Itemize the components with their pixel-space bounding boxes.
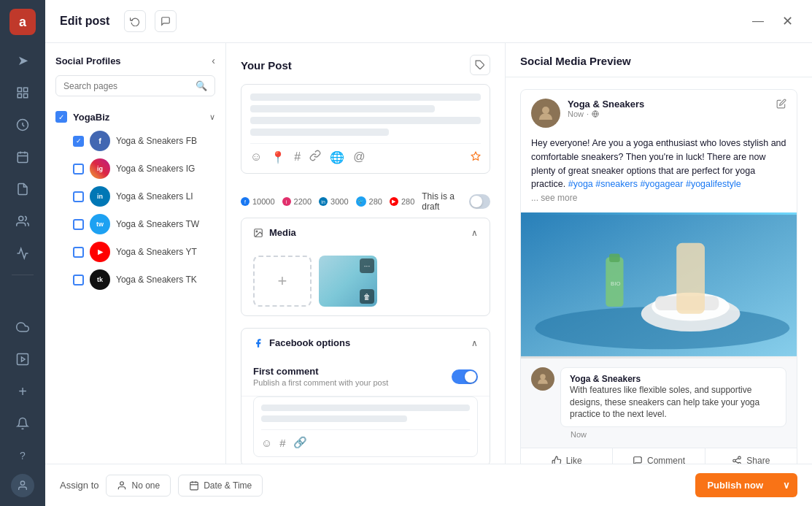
minimize-button[interactable]: —: [748, 11, 768, 31]
group-checkbox[interactable]: ✓: [55, 111, 67, 123]
profile-name-yt: Yoga & Sneakers YT: [116, 247, 197, 257]
like-button[interactable]: Like: [521, 448, 613, 464]
comment-button[interactable]: Comment: [613, 448, 705, 464]
sidebar-icon-profile[interactable]: [11, 474, 34, 497]
sidebar-icon-help[interactable]: ?: [9, 442, 36, 469]
profile-name-tw: Yoga & Sneakers TW: [116, 219, 199, 229]
avatar-tk: tk: [90, 269, 110, 290]
publish-btn-label[interactable]: Publish now: [695, 473, 775, 497]
first-comment-toggle[interactable]: [452, 369, 478, 384]
social-profiles-header: Social Profiles ‹: [55, 55, 215, 66]
preview-comment: Yoga & Sneakers With features like flexi…: [521, 359, 797, 448]
profile-item-li[interactable]: in Yoga & Sneakers LI: [55, 183, 215, 210]
sidebar-icon-send[interactable]: ➤: [9, 47, 36, 74]
profile-group-header[interactable]: ✓ YogaBiz ∨: [55, 107, 215, 127]
close-button[interactable]: ✕: [777, 11, 797, 31]
preview-profile-name: Yoga & Sneakers: [568, 99, 769, 110]
draft-switch[interactable]: [469, 194, 490, 209]
ig-dot: i: [282, 197, 291, 206]
avatar-fb: f: [90, 131, 110, 151]
mention-tool[interactable]: @: [353, 150, 365, 164]
publish-button[interactable]: Publish now ∨: [695, 473, 797, 497]
sidebar-icon-users[interactable]: [9, 207, 36, 235]
comment-link-tool[interactable]: 🔗: [293, 436, 307, 449]
editor-toolbar: ☺ 📍 # 🌐 @: [250, 143, 481, 164]
editor-line-3: [250, 117, 481, 124]
svg-point-25: [540, 374, 546, 380]
comment-time: Now: [560, 430, 786, 439]
first-comment-editor[interactable]: ☺ # 🔗: [253, 396, 478, 457]
sidebar-icon-posts[interactable]: [9, 175, 36, 203]
ai-tool[interactable]: [471, 151, 481, 164]
char-count-li: in 3000: [319, 197, 348, 206]
emoji-tool[interactable]: ☺: [250, 150, 262, 164]
share-button[interactable]: Share: [705, 448, 797, 464]
yt-dot: ▶: [390, 197, 398, 206]
comment-text: With features like flexible soles, and s…: [570, 384, 777, 421]
undo-button[interactable]: [124, 10, 146, 32]
profile-checkbox-li[interactable]: [73, 191, 84, 202]
profile-checkbox-ig[interactable]: [73, 164, 84, 175]
sidebar-icon-play[interactable]: [9, 345, 36, 373]
sidebar-icon-analytics[interactable]: [9, 111, 36, 139]
media-delete-button[interactable]: 🗑: [360, 289, 374, 304]
profile-checkbox-tw[interactable]: [73, 219, 84, 230]
profile-checkbox-yt[interactable]: [73, 247, 84, 258]
sidebar-icon-dashboard[interactable]: [9, 79, 36, 107]
first-comment-label: First comment: [253, 366, 388, 377]
tag-button[interactable]: [470, 55, 490, 75]
sidebar-icon-reports[interactable]: [9, 239, 36, 267]
profile-item-ig[interactable]: ig Yoga & Sneakers IG: [55, 155, 215, 183]
char-counts-row: f 10000 i 2200 in 3000 🐦 280: [226, 185, 505, 218]
profile-checkbox-fb[interactable]: ✓: [73, 136, 84, 147]
preview-image-svg: BIO: [521, 212, 797, 359]
your-post-title: Your Post: [241, 59, 292, 72]
char-count-tw: 🐦 280: [356, 196, 382, 207]
first-comment-sublabel: Publish a first comment with your post: [253, 378, 388, 387]
date-time-button[interactable]: Date & Time: [178, 475, 263, 497]
chat-button[interactable]: [155, 10, 177, 32]
facebook-icon: [253, 338, 263, 348]
preview-edit-button[interactable]: [776, 99, 786, 111]
profile-item-fb[interactable]: ✓ f Yoga & Sneakers FB: [55, 127, 215, 155]
collapse-button[interactable]: ‹: [212, 55, 215, 66]
tw-dot: 🐦: [356, 196, 366, 207]
comment-hashtag-tool[interactable]: #: [279, 437, 285, 449]
media-options-icon[interactable]: ···: [360, 258, 374, 273]
svg-rect-23: [609, 253, 620, 262]
link-tool[interactable]: [309, 150, 321, 164]
assign-button[interactable]: No one: [106, 475, 171, 497]
editor-line-1: [250, 93, 481, 101]
profile-item-tk[interactable]: tk Yoga & Sneakers TK: [55, 266, 215, 294]
comment-editor-content: [261, 405, 470, 422]
profile-checkbox-tk[interactable]: [73, 275, 84, 285]
svg-rect-1: [24, 88, 28, 91]
post-editor[interactable]: ☺ 📍 # 🌐 @: [241, 84, 490, 174]
location-tool[interactable]: 📍: [271, 150, 285, 164]
share-icon: [732, 456, 742, 464]
search-pages-box[interactable]: 🔍: [55, 75, 215, 96]
sidebar-icon-cloud[interactable]: [9, 313, 36, 341]
media-section-header[interactable]: Media ∧: [241, 218, 490, 247]
sidebar-icon-calendar[interactable]: [9, 143, 36, 171]
fb-options-header[interactable]: Facebook options ∧: [241, 329, 490, 357]
sidebar-icon-add[interactable]: +: [9, 377, 36, 405]
comment-author: Yoga & Sneakers: [570, 374, 777, 384]
preview-post-text: Hey everyone! Are you a yoga enthusiast …: [521, 137, 797, 212]
search-input[interactable]: [63, 81, 191, 91]
comment-body: Yoga & Sneakers With features like flexi…: [560, 367, 786, 427]
globe-tool[interactable]: 🌐: [330, 150, 344, 164]
hashtag-tool[interactable]: #: [294, 150, 301, 164]
profile-item-tw[interactable]: tw Yoga & Sneakers TW: [55, 210, 215, 238]
fb-dot: f: [241, 197, 250, 206]
your-post-panel: Your Post ☺ 📍 #: [226, 43, 506, 464]
search-icon: 🔍: [196, 80, 207, 91]
publish-chevron-icon[interactable]: ∨: [776, 473, 797, 497]
media-section: Media ∧ + ··· 🗑: [241, 218, 490, 316]
sidebar-icon-notifications[interactable]: [9, 410, 36, 437]
see-more-link[interactable]: ... see more: [531, 193, 577, 203]
profile-item-yt[interactable]: ▶ Yoga & Sneakers YT: [55, 238, 215, 266]
comment-emoji-tool[interactable]: ☺: [261, 437, 272, 449]
draft-toggle[interactable]: This is a draft: [422, 191, 490, 212]
add-media-button[interactable]: +: [253, 256, 312, 307]
